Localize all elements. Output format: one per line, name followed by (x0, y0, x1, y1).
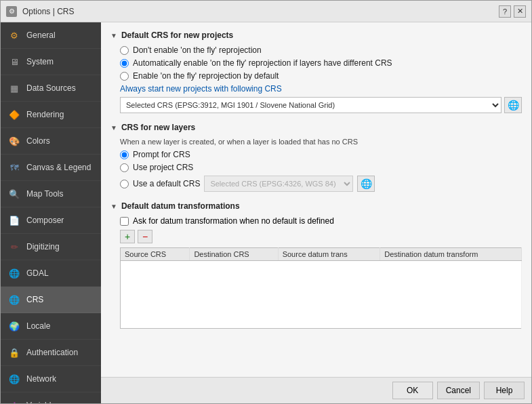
sidebar-item-crs[interactable]: 🌐 CRS (1, 287, 101, 313)
sidebar-label-system: System (26, 57, 54, 66)
section1-collapse-icon[interactable]: ▼ (110, 32, 117, 39)
default-crs-select-row: Selected CRS (EPSG:3912, MGI 1901 / Slov… (120, 97, 522, 113)
sidebar-label-gdal: GDAL (26, 268, 49, 278)
gdal-icon: 🌐 (7, 266, 21, 280)
colors-icon: 🎨 (7, 134, 21, 148)
radio-no-fly-label: Don't enable 'on the fly' reprojection (133, 45, 262, 55)
sidebar: ⚙ General 🖥 System ▦ Data Sources 🔶 Rend… (1, 22, 101, 403)
remove-transform-button[interactable]: − (138, 230, 152, 243)
section2-collapse-icon[interactable]: ▼ (110, 124, 117, 132)
canvas-icon: 🗺 (7, 161, 21, 174)
radio-enable-fly-label: Enable 'on the fly' reprojection by defa… (133, 71, 279, 81)
sidebar-label-locale: Locale (26, 321, 50, 331)
sidebar-item-digitizing[interactable]: ✏ Digitizing (1, 234, 101, 260)
radio-enable-fly-input[interactable] (120, 72, 129, 81)
default-crs-globe-button[interactable]: 🌐 (504, 97, 522, 113)
sidebar-item-general[interactable]: ⚙ General (1, 22, 101, 49)
radio-enable-fly: Enable 'on the fly' reprojection by defa… (120, 71, 522, 81)
vars-icon: ✱ (7, 399, 21, 403)
digitizing-icon: ✏ (7, 240, 21, 254)
section-default-crs-header: ▼ Default CRS for new projects (110, 31, 522, 40)
app-icon: ⚙ (6, 6, 17, 17)
cancel-button[interactable]: Cancel (437, 382, 480, 399)
section3-header: ▼ Default datum transformations (110, 201, 522, 211)
sidebar-item-map-tools[interactable]: 🔍 Map Tools (1, 181, 101, 207)
section2-desc: When a new layer is created, or when a l… (120, 138, 522, 146)
radio-project-crs-label: Use project CRS (133, 163, 193, 172)
radio-auto-fly-label: Automatically enable 'on the fly' reproj… (133, 58, 392, 68)
section2-body: When a new layer is created, or when a l… (110, 138, 522, 192)
section-crs-new-layers: ▼ CRS for new layers When a new layer is… (110, 123, 522, 192)
section1-title: Default CRS for new projects (121, 31, 233, 40)
radio-project-crs: Use project CRS (120, 163, 522, 172)
sidebar-item-variables[interactable]: ✱ Variables (1, 392, 101, 403)
table-row (121, 261, 522, 329)
globe-icon-1: 🌐 (508, 100, 519, 110)
layer-crs-globe-button[interactable]: 🌐 (357, 176, 375, 192)
sidebar-item-authentication[interactable]: 🔒 Authentication (1, 340, 101, 366)
empty-cell (121, 261, 522, 329)
sidebar-label-canvas: Canvas & Legend (26, 163, 91, 172)
radio-prompt-crs-label: Prompt for CRS (133, 150, 190, 159)
titlebar: ⚙ Options | CRS ? ✕ (1, 1, 531, 22)
locale-icon: 🌍 (7, 319, 21, 333)
composer-icon: 📄 (7, 214, 21, 227)
sidebar-item-system[interactable]: 🖥 System (1, 49, 101, 75)
sidebar-item-colors[interactable]: 🎨 Colors (1, 128, 101, 155)
radio-default-crs-input[interactable] (120, 180, 129, 188)
crs-note-text: Always start new projects with following… (120, 84, 522, 94)
radio-prompt-crs-input[interactable] (120, 150, 129, 159)
help-button[interactable]: ? (499, 5, 511, 18)
sidebar-label-network: Network (26, 374, 56, 384)
radio-no-fly-input[interactable] (120, 46, 129, 55)
options-window: ⚙ Options | CRS ? ✕ ⚙ General 🖥 System ▦… (0, 0, 532, 404)
ok-button[interactable]: OK (392, 382, 433, 399)
default-crs-dropdown[interactable]: Selected CRS (EPSG:3912, MGI 1901 / Slov… (120, 97, 502, 113)
section3-title: Default datum transformations (121, 201, 240, 211)
section3-body: Ask for datum transformation when no def… (110, 216, 522, 329)
datum-table-body (121, 261, 522, 329)
titlebar-controls: ? ✕ (499, 5, 526, 18)
radio-default-crs: Use a default CRS Selected CRS (EPSG:432… (120, 176, 522, 192)
remove-icon: − (142, 232, 148, 241)
sidebar-label-variables: Variables (26, 401, 60, 403)
sidebar-item-network[interactable]: 🌐 Network (1, 366, 101, 392)
add-transform-button[interactable]: + (120, 230, 135, 243)
sidebar-item-canvas-legend[interactable]: 🗺 Canvas & Legend (1, 155, 101, 181)
sidebar-label-data-sources: Data Sources (26, 83, 76, 93)
window-title: Options | CRS (22, 7, 74, 16)
radio-auto-fly-input[interactable] (120, 59, 129, 68)
radio-auto-fly: Automatically enable 'on the fly' reproj… (120, 58, 522, 68)
sidebar-label-crs: CRS (26, 295, 43, 304)
system-icon: 🖥 (7, 55, 21, 68)
default-crs-layer-dropdown[interactable]: Selected CRS (EPSG:4326, WGS 84) (204, 176, 353, 192)
radio-default-crs-label: Use a default CRS (133, 179, 200, 188)
section2-title: CRS for new layers (121, 123, 195, 132)
sidebar-label-auth: Authentication (26, 348, 78, 357)
general-icon: ⚙ (7, 28, 21, 42)
sidebar-label-rendering: Rendering (26, 110, 64, 119)
datum-transforms-table: Source CRS Destination CRS Source datum … (120, 247, 522, 329)
section2-header: ▼ CRS for new layers (110, 123, 522, 132)
radio-project-crs-input[interactable] (120, 163, 129, 172)
sidebar-item-gdal[interactable]: 🌐 GDAL (1, 260, 101, 287)
section-datum-transforms: ▼ Default datum transformations Ask for … (110, 201, 522, 329)
sidebar-item-locale[interactable]: 🌍 Locale (1, 313, 101, 340)
sidebar-item-data-sources[interactable]: ▦ Data Sources (1, 75, 101, 102)
close-button[interactable]: ✕ (514, 5, 526, 18)
sidebar-label-maptools: Map Tools (26, 189, 63, 199)
sidebar-item-rendering[interactable]: 🔶 Rendering (1, 102, 101, 128)
section3-collapse-icon[interactable]: ▼ (110, 203, 117, 210)
col-source-crs: Source CRS (121, 248, 190, 261)
bottom-bar: OK Cancel Help (101, 377, 531, 403)
crs-icon: 🌐 (7, 293, 21, 306)
sidebar-label-general: General (26, 31, 56, 40)
col-dest-datum: Destination datum transform (380, 248, 522, 261)
sidebar-item-composer[interactable]: 📄 Composer (1, 207, 101, 234)
help-button-footer[interactable]: Help (484, 382, 525, 399)
maptools-icon: 🔍 (7, 187, 21, 201)
main-content-area: ⚙ General 🖥 System ▦ Data Sources 🔶 Rend… (1, 22, 531, 403)
ask-datum-label: Ask for datum transformation when no def… (133, 216, 334, 226)
sidebar-label-colors: Colors (26, 136, 50, 146)
ask-datum-checkbox[interactable] (120, 217, 129, 226)
